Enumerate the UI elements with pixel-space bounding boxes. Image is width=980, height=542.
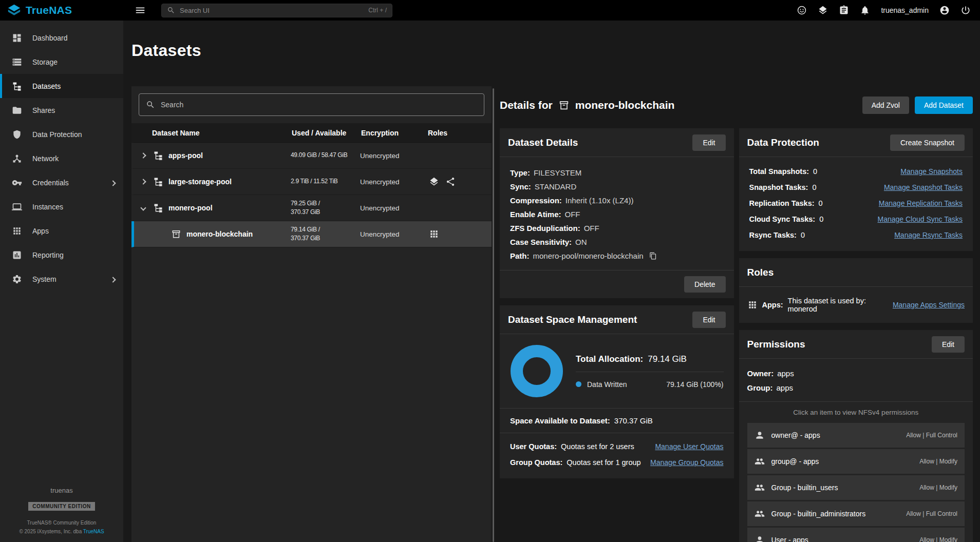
sidebar-item-instances[interactable]: Instances [0,195,123,219]
manage-group-quotas-link[interactable]: Manage Group Quotas [650,455,723,471]
menu-toggle-button[interactable] [133,3,148,18]
sidebar-item-reporting[interactable]: Reporting [0,243,123,267]
sidebar-item-data-protection[interactable]: Data Protection [0,122,123,146]
add-dataset-button[interactable]: Add Dataset [915,96,973,114]
dashboard-icon [12,33,22,43]
truenas-footer-link[interactable]: TrueNAS [83,529,104,534]
used-line: 370.37 GiB [291,234,360,243]
cloud-sync-tasks-row: Cloud Sync Tasks:0 Manage Cloud Sync Tas… [749,211,963,227]
column-header-used-available: Used / Available [291,129,360,137]
hostname: truenas [0,487,123,494]
sidebar-item-network[interactable]: Network [0,146,123,170]
dataset-search[interactable] [139,93,484,116]
encryption-cell: Unencrypted [360,178,427,186]
manage-rsync-tasks-link[interactable]: Manage Rsync Tasks [894,227,963,243]
manage-snapshots-link[interactable]: Manage Snapshots [900,164,963,180]
truenas-brand[interactable]: TrueNAS [0,4,123,17]
used-line: 370.37 GiB [291,208,360,217]
permission-who: owner@ - apps [771,431,820,439]
sidebar-item-storage[interactable]: Storage [0,50,123,74]
manage-replication-tasks-link[interactable]: Manage Replication Tasks [879,196,963,211]
dp-label: Snapshot Tasks: [749,180,808,196]
user-circle-icon [939,5,950,15]
used-available-cell: 49.09 GiB / 58.47 GiB [291,151,360,160]
edit-space-button[interactable]: Edit [692,312,725,328]
dataset-row-large-storage-pool[interactable]: large-storage-pool 2.9 TiB / 11.52 TiB U… [131,169,492,195]
group-label: Group: [747,381,773,395]
manage-snapshot-tasks-link[interactable]: Manage Snapshot Tasks [884,180,963,196]
permissions-hint: Click an item to view NFSv4 permissions [739,409,973,416]
dataset-row-apps-pool[interactable]: apps-pool 49.09 GiB / 58.47 GiB Unencryp… [131,143,492,169]
create-snapshot-button[interactable]: Create Snapshot [890,134,965,151]
group-quotas-value: Quotas set for 1 group [567,455,640,471]
tree-table-header: Dataset Name Used / Available Encryption… [131,123,492,143]
add-zvol-button[interactable]: Add Zvol [862,96,909,114]
owner-label: Owner: [747,366,774,381]
edit-dataset-details-button[interactable]: Edit [692,134,725,151]
expand-chevron-icon[interactable] [139,151,148,160]
expand-chevron-icon[interactable] [139,177,148,186]
donut-legend: Data Written 79.14 GiB (100%) [576,380,724,389]
share-role-icon [445,177,456,187]
copyright-text: © 2025 iXsystems, Inc. dba TrueNAS [0,527,123,536]
permission-item-user-apps[interactable]: User - apps Allow | Modify [747,528,965,542]
dataset-search-input[interactable] [161,101,477,109]
permission-item-builtin-administrators[interactable]: Group - builtin_administrators Allow | F… [747,501,965,526]
field-value: FILESYSTEM [534,166,581,180]
field-label: Compression: [510,193,562,207]
sidebar-item-shares[interactable]: Shares [0,98,123,122]
bell-icon [860,5,870,15]
sidebar-item-label: Credentials [32,179,69,187]
permission-item-builtin-users[interactable]: Group - builtin_users Allow | Modify [747,475,965,500]
sidebar-item-dashboard[interactable]: Dashboard [0,26,123,50]
data-protection-card: Data Protection Create Snapshot Total Sn… [739,128,973,251]
jobs-button[interactable] [839,5,849,15]
user-quotas-value: Quotas set for 2 users [561,439,634,455]
copy-path-button[interactable] [649,252,657,260]
field-label: Type: [510,166,530,180]
field-value: OFF [584,221,599,235]
field-path: Path: monero-pool/monero-blockchain [510,249,724,263]
key-icon [12,178,22,188]
alerts-button[interactable] [860,5,870,15]
tree-scrollbar[interactable] [493,88,494,542]
truenas-logo [7,4,21,17]
permissions-card: Permissions Edit Owner:apps Group:apps C… [739,330,973,542]
manage-apps-settings-link[interactable]: Manage Apps Settings [893,301,965,309]
permission-who: Group - builtin_administrators [771,510,866,518]
encryption-cell: Unencrypted [360,204,427,212]
sidebar-item-system[interactable]: System [0,267,123,291]
delete-dataset-button[interactable]: Delete [684,276,725,293]
dp-label: Total Snapshots: [749,164,809,180]
used-line: 79.14 GiB / [291,226,320,233]
collapse-chevron-icon[interactable] [139,203,148,212]
manage-cloud-sync-tasks-link[interactable]: Manage Cloud Sync Tasks [878,211,963,227]
permission-item-group[interactable]: group@ - apps Allow | Modify [747,449,965,474]
manage-user-quotas-link[interactable]: Manage User Quotas [655,439,723,455]
total-allocation-row: Total Allocation:79.14 GiB [576,354,724,372]
sidebar-item-credentials[interactable]: Credentials [0,170,123,195]
sidebar-item-label: Storage [32,58,58,66]
field-compression: Compression:Inherit (1.10x (LZ4)) [510,193,724,207]
dataset-name: monero-blockchain [186,230,253,238]
permission-item-owner[interactable]: owner@ - apps Allow | Full Control [747,423,965,448]
dp-value: 0 [812,180,816,196]
search-icon [167,6,175,14]
network-hub-icon [12,153,22,164]
dataset-tree-icon [153,203,163,213]
truecommand-button[interactable] [818,5,828,15]
space-donut-chart [510,344,563,398]
feedback-button[interactable] [797,5,807,15]
sidebar-item-datasets[interactable]: Datasets [0,74,123,98]
user-menu-button[interactable] [939,5,950,15]
power-button[interactable] [960,5,971,15]
shield-icon [12,129,22,140]
field-value: OFF [564,207,580,221]
sidebar-item-apps[interactable]: Apps [0,219,123,243]
global-search-input[interactable] [180,7,364,14]
edit-permissions-button[interactable]: Edit [932,336,965,353]
dataset-row-monero-pool[interactable]: monero-pool 79.25 GiB /370.37 GiB Unencr… [131,195,492,221]
global-search[interactable]: Ctrl + / [161,4,392,17]
dataset-row-monero-blockchain[interactable]: monero-blockchain 79.14 GiB /370.37 GiB … [131,221,492,247]
monitor-icon [12,202,22,212]
